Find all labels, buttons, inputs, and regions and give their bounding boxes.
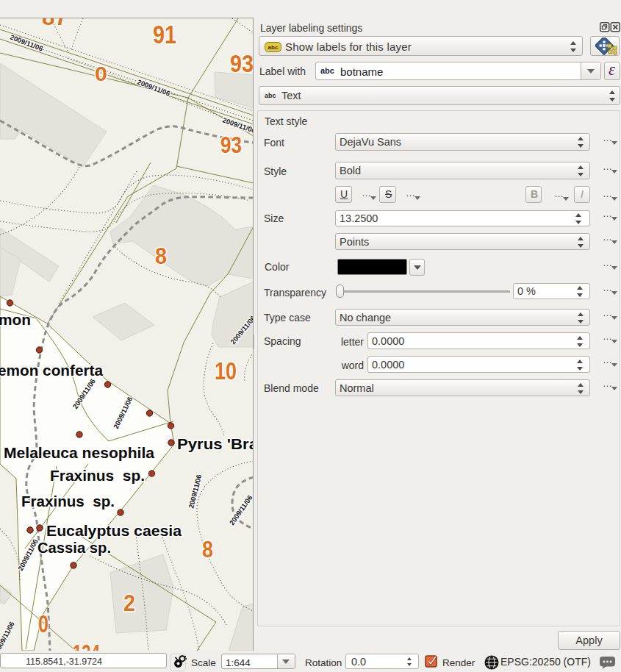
svg-text:emon conferta: emon conferta — [0, 362, 104, 379]
svg-text:Fraxinus sp.: Fraxinus sp. — [50, 467, 145, 484]
svg-text:2: 2 — [123, 590, 135, 616]
svg-text:0: 0 — [95, 63, 107, 85]
svg-text:93: 93 — [220, 132, 242, 158]
svg-text:abc: abc — [268, 44, 279, 51]
svg-text:abc: abc — [320, 66, 334, 75]
svg-text:abc: abc — [265, 92, 276, 99]
svg-text:93: 93 — [230, 49, 253, 77]
svg-text:Melaleuca nesophila: Melaleuca nesophila — [4, 444, 155, 461]
svg-text:134: 134 — [73, 640, 100, 651]
svg-text:Pyrus 'Bra: Pyrus 'Bra — [177, 435, 253, 452]
svg-text:Fraxinus sp.: Fraxinus sp. — [21, 493, 115, 510]
svg-text:mon: mon — [0, 311, 31, 328]
svg-text:91: 91 — [153, 20, 176, 49]
svg-text:8: 8 — [155, 243, 167, 269]
svg-text:8: 8 — [202, 536, 213, 562]
svg-text:10: 10 — [215, 357, 237, 385]
svg-text:87: 87 — [42, 18, 68, 30]
svg-text:0: 0 — [38, 610, 49, 637]
svg-text:Cassia sp.: Cassia sp. — [37, 539, 111, 556]
svg-text:Eucalyptus caesia: Eucalyptus caesia — [46, 522, 182, 539]
